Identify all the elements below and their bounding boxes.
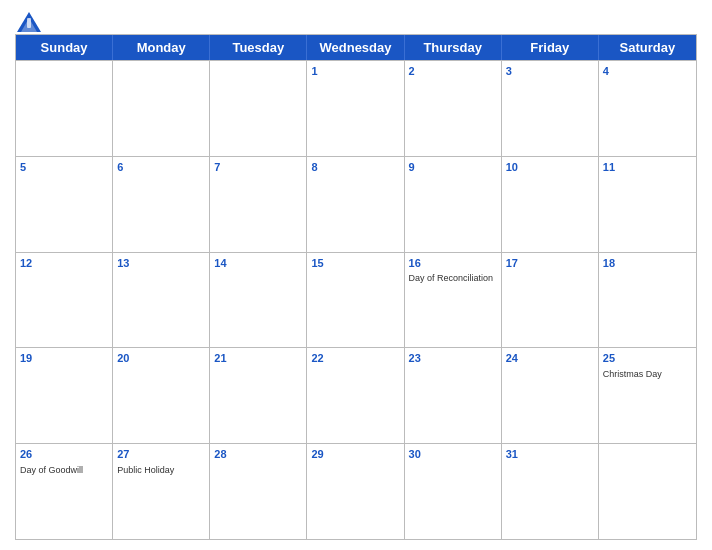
- day-number: 7: [214, 160, 302, 175]
- day-number: 4: [603, 64, 692, 79]
- day-number: 31: [506, 447, 594, 462]
- day-number: 17: [506, 256, 594, 271]
- day-cell: 11: [599, 157, 696, 252]
- day-cell: 18: [599, 253, 696, 348]
- day-number: 18: [603, 256, 692, 271]
- day-number: 20: [117, 351, 205, 366]
- day-event: Day of Reconciliation: [409, 273, 497, 285]
- day-cell: 3: [502, 61, 599, 156]
- logo: [15, 10, 37, 26]
- day-header-thursday: Thursday: [405, 35, 502, 60]
- day-number: 30: [409, 447, 497, 462]
- logo-icon: [15, 10, 33, 26]
- day-number: 26: [20, 447, 108, 462]
- day-cell: 5: [16, 157, 113, 252]
- day-number: 2: [409, 64, 497, 79]
- day-cell: 23: [405, 348, 502, 443]
- day-event: Public Holiday: [117, 465, 205, 477]
- week-row-4: 26Day of Goodwill27Public Holiday2829303…: [16, 443, 696, 539]
- day-cell: [113, 61, 210, 156]
- day-number: 22: [311, 351, 399, 366]
- day-header-saturday: Saturday: [599, 35, 696, 60]
- week-row-0: 1234: [16, 60, 696, 156]
- day-number: 24: [506, 351, 594, 366]
- day-cell: 28: [210, 444, 307, 539]
- day-number: 19: [20, 351, 108, 366]
- day-cell: 31: [502, 444, 599, 539]
- day-cell: 2: [405, 61, 502, 156]
- day-cell: 10: [502, 157, 599, 252]
- day-cell: 13: [113, 253, 210, 348]
- day-cell: 29: [307, 444, 404, 539]
- day-cell: 20: [113, 348, 210, 443]
- day-number: 21: [214, 351, 302, 366]
- day-header-monday: Monday: [113, 35, 210, 60]
- day-headers: SundayMondayTuesdayWednesdayThursdayFrid…: [16, 35, 696, 60]
- svg-rect-2: [27, 18, 31, 28]
- day-number: 29: [311, 447, 399, 462]
- week-row-1: 567891011: [16, 156, 696, 252]
- day-cell: 27Public Holiday: [113, 444, 210, 539]
- day-number: 23: [409, 351, 497, 366]
- day-number: 28: [214, 447, 302, 462]
- week-row-2: 1213141516Day of Reconciliation1718: [16, 252, 696, 348]
- day-number: 6: [117, 160, 205, 175]
- day-cell: 4: [599, 61, 696, 156]
- day-number: 13: [117, 256, 205, 271]
- day-cell: 16Day of Reconciliation: [405, 253, 502, 348]
- day-header-tuesday: Tuesday: [210, 35, 307, 60]
- day-cell: 9: [405, 157, 502, 252]
- day-cell: 6: [113, 157, 210, 252]
- day-event: Day of Goodwill: [20, 465, 108, 477]
- day-cell: [599, 444, 696, 539]
- day-cell: 21: [210, 348, 307, 443]
- calendar-wrapper: SundayMondayTuesdayWednesdayThursdayFrid…: [0, 0, 712, 550]
- day-number: 16: [409, 256, 497, 271]
- calendar-header: [15, 10, 697, 26]
- day-number: 14: [214, 256, 302, 271]
- day-number: 3: [506, 64, 594, 79]
- day-number: 9: [409, 160, 497, 175]
- day-cell: 30: [405, 444, 502, 539]
- day-header-wednesday: Wednesday: [307, 35, 404, 60]
- day-number: 27: [117, 447, 205, 462]
- day-cell: 25Christmas Day: [599, 348, 696, 443]
- day-cell: 14: [210, 253, 307, 348]
- day-number: 25: [603, 351, 692, 366]
- day-cell: 24: [502, 348, 599, 443]
- day-header-friday: Friday: [502, 35, 599, 60]
- day-cell: 12: [16, 253, 113, 348]
- day-cell: [210, 61, 307, 156]
- day-cell: 19: [16, 348, 113, 443]
- day-cell: 7: [210, 157, 307, 252]
- day-number: 8: [311, 160, 399, 175]
- day-number: 1: [311, 64, 399, 79]
- calendar-grid: SundayMondayTuesdayWednesdayThursdayFrid…: [15, 34, 697, 540]
- weeks-container: 12345678910111213141516Day of Reconcilia…: [16, 60, 696, 539]
- day-header-sunday: Sunday: [16, 35, 113, 60]
- day-number: 15: [311, 256, 399, 271]
- day-cell: 15: [307, 253, 404, 348]
- day-number: 11: [603, 160, 692, 175]
- day-number: 5: [20, 160, 108, 175]
- day-event: Christmas Day: [603, 369, 692, 381]
- day-number: 10: [506, 160, 594, 175]
- day-cell: 22: [307, 348, 404, 443]
- day-cell: [16, 61, 113, 156]
- day-cell: 1: [307, 61, 404, 156]
- day-cell: 8: [307, 157, 404, 252]
- day-number: 12: [20, 256, 108, 271]
- day-cell: 26Day of Goodwill: [16, 444, 113, 539]
- day-cell: 17: [502, 253, 599, 348]
- week-row-3: 19202122232425Christmas Day: [16, 347, 696, 443]
